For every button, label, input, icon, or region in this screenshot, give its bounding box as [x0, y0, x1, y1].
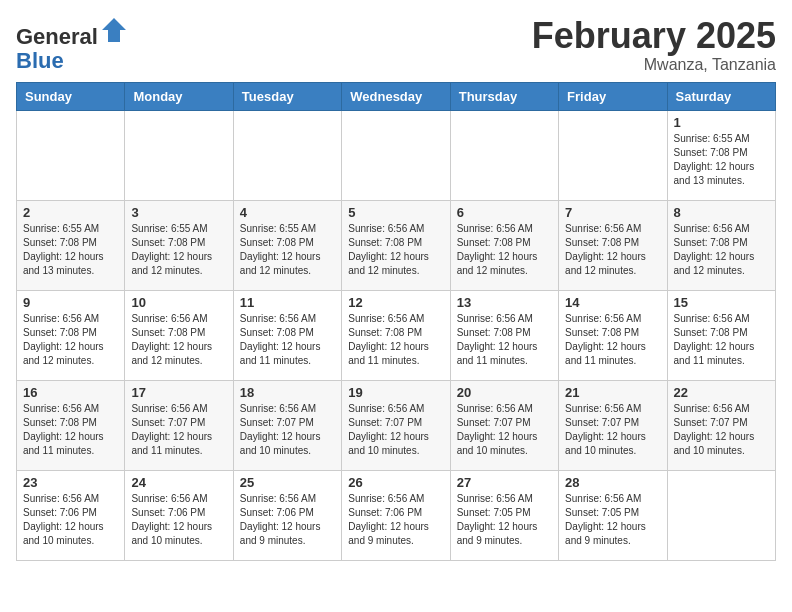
logo-general: General	[16, 24, 98, 49]
day-number: 4	[240, 205, 335, 220]
calendar-cell	[450, 110, 558, 200]
calendar-cell: 24Sunrise: 6:56 AM Sunset: 7:06 PM Dayli…	[125, 470, 233, 560]
calendar-cell: 3Sunrise: 6:55 AM Sunset: 7:08 PM Daylig…	[125, 200, 233, 290]
day-number: 11	[240, 295, 335, 310]
calendar-cell: 7Sunrise: 6:56 AM Sunset: 7:08 PM Daylig…	[559, 200, 667, 290]
title-area: February 2025 Mwanza, Tanzania	[532, 16, 776, 74]
calendar-cell: 22Sunrise: 6:56 AM Sunset: 7:07 PM Dayli…	[667, 380, 775, 470]
day-info: Sunrise: 6:56 AM Sunset: 7:08 PM Dayligh…	[240, 312, 335, 368]
day-info: Sunrise: 6:55 AM Sunset: 7:08 PM Dayligh…	[240, 222, 335, 278]
day-info: Sunrise: 6:56 AM Sunset: 7:08 PM Dayligh…	[457, 222, 552, 278]
calendar-cell: 20Sunrise: 6:56 AM Sunset: 7:07 PM Dayli…	[450, 380, 558, 470]
day-info: Sunrise: 6:56 AM Sunset: 7:07 PM Dayligh…	[674, 402, 769, 458]
calendar-header-cell: Sunday	[17, 82, 125, 110]
calendar-cell: 11Sunrise: 6:56 AM Sunset: 7:08 PM Dayli…	[233, 290, 341, 380]
calendar-cell: 4Sunrise: 6:55 AM Sunset: 7:08 PM Daylig…	[233, 200, 341, 290]
calendar-cell: 16Sunrise: 6:56 AM Sunset: 7:08 PM Dayli…	[17, 380, 125, 470]
calendar-header-cell: Friday	[559, 82, 667, 110]
calendar-cell	[233, 110, 341, 200]
calendar-cell: 2Sunrise: 6:55 AM Sunset: 7:08 PM Daylig…	[17, 200, 125, 290]
day-info: Sunrise: 6:56 AM Sunset: 7:08 PM Dayligh…	[348, 312, 443, 368]
day-number: 17	[131, 385, 226, 400]
calendar-cell	[667, 470, 775, 560]
day-number: 3	[131, 205, 226, 220]
calendar-cell: 12Sunrise: 6:56 AM Sunset: 7:08 PM Dayli…	[342, 290, 450, 380]
day-info: Sunrise: 6:56 AM Sunset: 7:08 PM Dayligh…	[674, 312, 769, 368]
calendar-cell: 18Sunrise: 6:56 AM Sunset: 7:07 PM Dayli…	[233, 380, 341, 470]
day-info: Sunrise: 6:56 AM Sunset: 7:08 PM Dayligh…	[565, 312, 660, 368]
calendar-week-row: 23Sunrise: 6:56 AM Sunset: 7:06 PM Dayli…	[17, 470, 776, 560]
day-info: Sunrise: 6:56 AM Sunset: 7:05 PM Dayligh…	[565, 492, 660, 548]
day-number: 23	[23, 475, 118, 490]
logo-blue: Blue	[16, 48, 64, 73]
calendar-cell: 9Sunrise: 6:56 AM Sunset: 7:08 PM Daylig…	[17, 290, 125, 380]
day-number: 8	[674, 205, 769, 220]
day-number: 1	[674, 115, 769, 130]
day-number: 13	[457, 295, 552, 310]
day-info: Sunrise: 6:56 AM Sunset: 7:05 PM Dayligh…	[457, 492, 552, 548]
location: Mwanza, Tanzania	[532, 56, 776, 74]
calendar-week-row: 9Sunrise: 6:56 AM Sunset: 7:08 PM Daylig…	[17, 290, 776, 380]
calendar-cell: 27Sunrise: 6:56 AM Sunset: 7:05 PM Dayli…	[450, 470, 558, 560]
day-info: Sunrise: 6:55 AM Sunset: 7:08 PM Dayligh…	[23, 222, 118, 278]
day-info: Sunrise: 6:56 AM Sunset: 7:08 PM Dayligh…	[23, 312, 118, 368]
day-number: 21	[565, 385, 660, 400]
day-info: Sunrise: 6:56 AM Sunset: 7:08 PM Dayligh…	[674, 222, 769, 278]
day-number: 20	[457, 385, 552, 400]
day-number: 27	[457, 475, 552, 490]
day-number: 7	[565, 205, 660, 220]
calendar-cell: 25Sunrise: 6:56 AM Sunset: 7:06 PM Dayli…	[233, 470, 341, 560]
day-number: 22	[674, 385, 769, 400]
calendar-week-row: 1Sunrise: 6:55 AM Sunset: 7:08 PM Daylig…	[17, 110, 776, 200]
month-title: February 2025	[532, 16, 776, 56]
day-number: 9	[23, 295, 118, 310]
calendar-header-cell: Thursday	[450, 82, 558, 110]
day-number: 12	[348, 295, 443, 310]
day-number: 15	[674, 295, 769, 310]
calendar-cell: 19Sunrise: 6:56 AM Sunset: 7:07 PM Dayli…	[342, 380, 450, 470]
calendar-body: 1Sunrise: 6:55 AM Sunset: 7:08 PM Daylig…	[17, 110, 776, 560]
calendar-week-row: 16Sunrise: 6:56 AM Sunset: 7:08 PM Dayli…	[17, 380, 776, 470]
day-info: Sunrise: 6:56 AM Sunset: 7:06 PM Dayligh…	[23, 492, 118, 548]
calendar-cell: 14Sunrise: 6:56 AM Sunset: 7:08 PM Dayli…	[559, 290, 667, 380]
day-number: 14	[565, 295, 660, 310]
calendar-cell	[17, 110, 125, 200]
day-info: Sunrise: 6:56 AM Sunset: 7:07 PM Dayligh…	[131, 402, 226, 458]
calendar-cell: 1Sunrise: 6:55 AM Sunset: 7:08 PM Daylig…	[667, 110, 775, 200]
day-number: 5	[348, 205, 443, 220]
calendar-cell: 6Sunrise: 6:56 AM Sunset: 7:08 PM Daylig…	[450, 200, 558, 290]
day-number: 2	[23, 205, 118, 220]
calendar-cell: 8Sunrise: 6:56 AM Sunset: 7:08 PM Daylig…	[667, 200, 775, 290]
day-info: Sunrise: 6:55 AM Sunset: 7:08 PM Dayligh…	[131, 222, 226, 278]
calendar-cell: 21Sunrise: 6:56 AM Sunset: 7:07 PM Dayli…	[559, 380, 667, 470]
calendar-cell: 26Sunrise: 6:56 AM Sunset: 7:06 PM Dayli…	[342, 470, 450, 560]
calendar-header-row: SundayMondayTuesdayWednesdayThursdayFrid…	[17, 82, 776, 110]
calendar-cell	[342, 110, 450, 200]
svg-marker-0	[102, 18, 126, 42]
day-number: 6	[457, 205, 552, 220]
day-number: 10	[131, 295, 226, 310]
day-info: Sunrise: 6:56 AM Sunset: 7:07 PM Dayligh…	[457, 402, 552, 458]
day-info: Sunrise: 6:55 AM Sunset: 7:08 PM Dayligh…	[674, 132, 769, 188]
day-info: Sunrise: 6:56 AM Sunset: 7:08 PM Dayligh…	[565, 222, 660, 278]
page-header: General Blue February 2025 Mwanza, Tanza…	[16, 16, 776, 74]
day-info: Sunrise: 6:56 AM Sunset: 7:07 PM Dayligh…	[240, 402, 335, 458]
calendar-cell: 15Sunrise: 6:56 AM Sunset: 7:08 PM Dayli…	[667, 290, 775, 380]
day-number: 16	[23, 385, 118, 400]
calendar-cell: 5Sunrise: 6:56 AM Sunset: 7:08 PM Daylig…	[342, 200, 450, 290]
calendar-cell: 13Sunrise: 6:56 AM Sunset: 7:08 PM Dayli…	[450, 290, 558, 380]
day-info: Sunrise: 6:56 AM Sunset: 7:08 PM Dayligh…	[457, 312, 552, 368]
day-info: Sunrise: 6:56 AM Sunset: 7:08 PM Dayligh…	[348, 222, 443, 278]
day-number: 25	[240, 475, 335, 490]
day-number: 26	[348, 475, 443, 490]
day-number: 19	[348, 385, 443, 400]
day-number: 24	[131, 475, 226, 490]
day-number: 18	[240, 385, 335, 400]
day-info: Sunrise: 6:56 AM Sunset: 7:07 PM Dayligh…	[348, 402, 443, 458]
calendar: SundayMondayTuesdayWednesdayThursdayFrid…	[16, 82, 776, 561]
calendar-cell	[559, 110, 667, 200]
logo: General Blue	[16, 16, 128, 73]
logo-icon	[100, 16, 128, 44]
calendar-header-cell: Monday	[125, 82, 233, 110]
day-info: Sunrise: 6:56 AM Sunset: 7:06 PM Dayligh…	[240, 492, 335, 548]
